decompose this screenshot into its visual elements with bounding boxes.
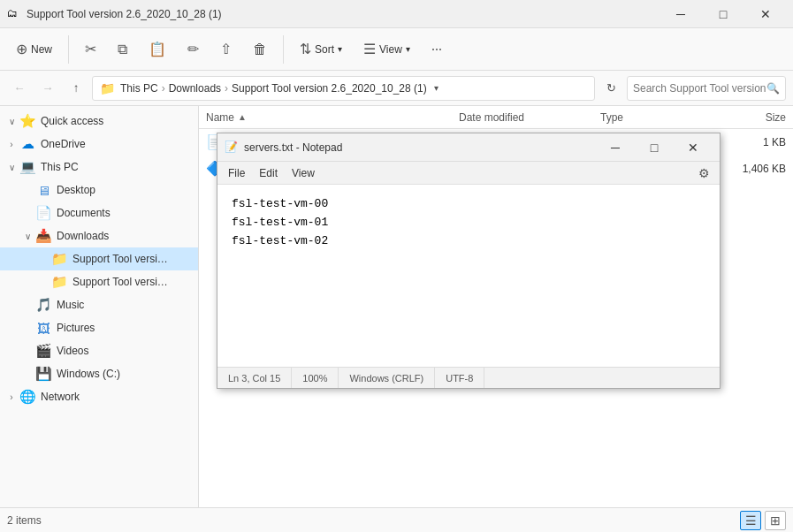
folder-icon: 📁 <box>51 274 67 290</box>
title-bar-text: Support Tool version 2.6_2020_10_28 (1) <box>27 8 660 20</box>
col-header-date[interactable]: Date modified <box>459 111 600 124</box>
paste-button[interactable]: 📋 <box>140 34 175 65</box>
sidebar-item-quick-access[interactable]: ∨ ⭐ Quick access <box>0 110 198 133</box>
rename-button[interactable]: ✏ <box>179 34 208 65</box>
notepad-settings-button[interactable]: ⚙ <box>691 163 716 183</box>
address-bar: ← → ↑ 📁 This PC › Downloads › Support To… <box>0 71 793 106</box>
toolbar-divider-1 <box>68 35 69 64</box>
drive-icon: 💾 <box>35 366 51 382</box>
sort-button[interactable]: ⇅ Sort ▾ <box>291 34 351 65</box>
sidebar-item-documents[interactable]: 📄 Documents <box>0 201 198 224</box>
sort-arrow-icon: ▲ <box>238 112 247 122</box>
share-icon: ⇧ <box>220 41 232 57</box>
up-button[interactable]: ↑ <box>64 76 88 101</box>
breadcrumb[interactable]: 📁 This PC › Downloads › Support Tool ver… <box>92 76 595 101</box>
delete-button[interactable]: 🗑 <box>244 34 276 65</box>
this-pc-icon: 💻 <box>19 159 35 175</box>
toolbar-divider-2 <box>283 35 284 64</box>
notepad-menu-edit[interactable]: Edit <box>252 163 285 183</box>
sidebar-item-pictures[interactable]: 🖼 Pictures <box>0 316 198 339</box>
close-button[interactable]: ✕ <box>745 0 786 28</box>
sidebar-item-support-tool-1[interactable]: 📁 Support Tool version 2.6_202 <box>0 247 198 270</box>
col-type-label: Type <box>600 111 623 124</box>
sidebar-item-this-pc[interactable]: ∨ 💻 This PC <box>0 156 198 179</box>
grid-view-button[interactable]: ⊞ <box>765 511 786 530</box>
items-count-label: 2 items <box>7 514 42 527</box>
file-size: 1,406 KB <box>715 163 786 175</box>
notepad-minimize-button[interactable]: ─ <box>596 133 635 162</box>
notepad-menu-file[interactable]: File <box>221 163 252 183</box>
notepad-content[interactable]: fsl-test-vm-00 fsl-test-vm-01 fsl-test-v… <box>217 185 720 367</box>
copy-button[interactable]: ⧉ <box>109 34 136 65</box>
new-button[interactable]: ⊕ New <box>7 34 61 65</box>
sidebar-item-network[interactable]: › 🌐 Network <box>0 385 198 408</box>
maximize-button[interactable]: □ <box>703 0 743 28</box>
breadcrumb-downloads: Downloads <box>169 82 221 95</box>
more-icon: ⋯ <box>431 43 442 56</box>
sidebar: ∨ ⭐ Quick access › ☁ OneDrive ∨ 💻 This P… <box>0 106 199 507</box>
sidebar-item-onedrive[interactable]: › ☁ OneDrive <box>0 133 198 156</box>
sidebar-label: This PC <box>41 161 79 173</box>
delete-icon: 🗑 <box>253 42 267 57</box>
quick-access-icon: ⭐ <box>19 113 35 129</box>
main-layout: ∨ ⭐ Quick access › ☁ OneDrive ∨ 💻 This P… <box>0 106 793 507</box>
col-header-type[interactable]: Type <box>600 111 715 124</box>
file-list-header: Name ▲ Date modified Type Size <box>199 106 793 129</box>
search-input[interactable] <box>633 82 766 95</box>
sidebar-label: Music <box>57 299 84 311</box>
network-icon: 🌐 <box>19 389 35 405</box>
col-header-name[interactable]: Name ▲ <box>206 111 459 124</box>
copy-icon: ⧉ <box>118 42 127 57</box>
downloads-icon: 📥 <box>35 228 51 244</box>
sidebar-item-downloads[interactable]: ∨ 📥 Downloads <box>0 224 198 247</box>
notepad-close-button[interactable]: ✕ <box>674 133 713 162</box>
breadcrumb-thispc: This PC <box>120 82 158 95</box>
search-box[interactable]: 🔍 <box>627 76 786 101</box>
rename-icon: ✏ <box>187 41 199 57</box>
sidebar-item-windows-c[interactable]: 💾 Windows (C:) <box>0 362 198 385</box>
cut-icon: ✂ <box>85 41 96 57</box>
breadcrumb-dropdown-icon: ▾ <box>434 83 438 93</box>
view-toggle-group: ☰ ⊞ <box>740 511 786 530</box>
folder-icon: 📁 <box>51 251 67 267</box>
breadcrumb-sep-2: › <box>225 82 228 95</box>
sidebar-label: Pictures <box>57 322 95 334</box>
notepad-encoding: UTF-8 <box>435 368 484 388</box>
col-name-label: Name <box>206 111 234 124</box>
sort-icon: ⇅ <box>300 41 311 57</box>
more-button[interactable]: ⋯ <box>423 34 451 65</box>
paste-icon: 📋 <box>149 41 166 57</box>
view-button[interactable]: ☰ View ▾ <box>355 34 419 65</box>
documents-icon: 📄 <box>35 205 51 221</box>
file-pane: Name ▲ Date modified Type Size 📄 servers… <box>199 106 793 507</box>
forward-button[interactable]: → <box>35 76 60 101</box>
notepad-titlebar: 📝 servers.txt - Notepad ─ □ ✕ <box>217 133 720 162</box>
notepad-zoom: 100% <box>292 368 339 388</box>
notepad-menu-view[interactable]: View <box>285 163 322 183</box>
notepad-maximize-button[interactable]: □ <box>635 133 674 162</box>
view-chevron-icon: ▾ <box>406 44 410 54</box>
col-header-size[interactable]: Size <box>715 111 786 124</box>
cut-button[interactable]: ✂ <box>76 34 105 65</box>
sidebar-label: Documents <box>57 207 111 219</box>
music-icon: 🎵 <box>35 297 51 313</box>
notepad-window: 📝 servers.txt - Notepad ─ □ ✕ File Edit … <box>217 133 721 389</box>
notepad-position-text: Ln 3, Col 15 <box>228 373 280 384</box>
sidebar-label: OneDrive <box>41 138 86 150</box>
sidebar-item-desktop[interactable]: 🖥 Desktop <box>0 179 198 201</box>
sidebar-item-videos[interactable]: 🎬 Videos <box>0 339 198 362</box>
sidebar-item-support-tool-2[interactable]: 📁 Support Tool version 2.6_202 <box>0 270 198 293</box>
sidebar-label: Network <box>41 391 80 403</box>
minimize-button[interactable]: ─ <box>660 0 701 28</box>
notepad-icon: 📝 <box>225 141 239 155</box>
refresh-button[interactable]: ↻ <box>599 76 623 101</box>
sidebar-label: Desktop <box>57 184 95 196</box>
chevron-down-icon: ∨ <box>4 163 19 172</box>
sidebar-item-music[interactable]: 🎵 Music <box>0 293 198 316</box>
title-bar: 🗂 Support Tool version 2.6_2020_10_28 (1… <box>0 0 793 28</box>
notepad-zoom-text: 100% <box>302 373 327 384</box>
status-bar: 2 items ☰ ⊞ <box>0 507 793 532</box>
back-button[interactable]: ← <box>7 76 32 101</box>
list-view-button[interactable]: ☰ <box>740 511 761 530</box>
share-button[interactable]: ⇧ <box>211 34 240 65</box>
